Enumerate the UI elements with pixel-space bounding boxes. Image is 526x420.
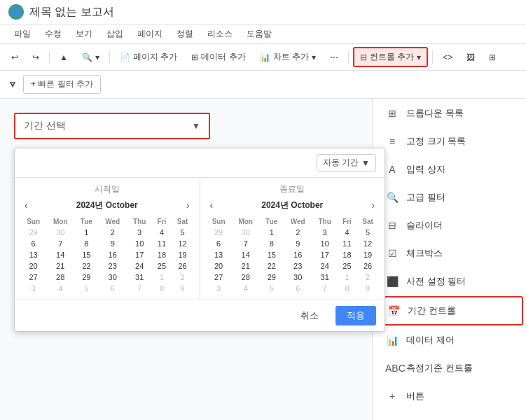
calendar-day[interactable]: 1 xyxy=(338,272,357,283)
calendar-day[interactable]: 11 xyxy=(152,238,171,249)
panel-item-data-control[interactable]: 📊데이터 제어 xyxy=(375,327,523,354)
calendar-day[interactable]: 15 xyxy=(74,249,98,260)
calendar-day[interactable]: 10 xyxy=(127,238,152,249)
calendar-day[interactable]: 22 xyxy=(260,260,284,272)
panel-item-fixed-size-list[interactable]: ≡고정 크기 목록 xyxy=(375,128,523,155)
menu-edit[interactable]: 수정 xyxy=(39,26,67,42)
calendar-day[interactable]: 6 xyxy=(284,283,312,294)
add-data-button[interactable]: ⊞ 데이터 추가 xyxy=(186,48,251,66)
start-prev-button[interactable]: ‹ xyxy=(20,198,32,212)
end-next-button[interactable]: › xyxy=(367,198,379,212)
calendar-day[interactable]: 23 xyxy=(98,260,127,272)
calendar-day[interactable]: 7 xyxy=(232,238,260,249)
start-next-button[interactable]: › xyxy=(182,198,194,212)
calendar-day[interactable]: 20 xyxy=(20,260,46,272)
calendar-day[interactable]: 4 xyxy=(338,227,357,238)
panel-item-preset-filter[interactable]: ⬛사전 설정 필터 xyxy=(375,268,523,295)
auto-period-button[interactable]: 자동 기간 ▼ xyxy=(317,154,376,172)
calendar-day[interactable]: 31 xyxy=(127,272,152,283)
calendar-day[interactable]: 24 xyxy=(312,260,337,272)
menu-align[interactable]: 정렬 xyxy=(171,26,199,42)
calendar-day[interactable]: 26 xyxy=(172,260,194,272)
panel-item-checkbox[interactable]: ☑체크박스 xyxy=(375,240,523,267)
calendar-day[interactable]: 21 xyxy=(232,260,260,272)
panel-item-advanced-filter[interactable]: 🔍고급 필터 xyxy=(375,184,523,211)
undo-button[interactable]: ↩ xyxy=(6,50,24,65)
calendar-day[interactable]: 8 xyxy=(338,283,357,294)
calendar-day[interactable]: 29 xyxy=(74,272,98,283)
calendar-day[interactable]: 9 xyxy=(284,238,312,249)
calendar-day[interactable]: 18 xyxy=(152,249,171,260)
calendar-day[interactable]: 29 xyxy=(206,227,232,238)
table-button[interactable]: ⊞ xyxy=(483,50,501,65)
select-button[interactable]: ▲ xyxy=(54,50,74,65)
add-page-button[interactable]: 📄 페이지 추가 xyxy=(114,48,183,66)
calendar-day[interactable]: 30 xyxy=(46,227,74,238)
calendar-day[interactable]: 11 xyxy=(338,238,357,249)
calendar-day[interactable]: 9 xyxy=(98,238,127,249)
calendar-day[interactable]: 16 xyxy=(98,249,127,260)
calendar-day[interactable]: 1 xyxy=(260,227,284,238)
image-button[interactable]: 🖼 xyxy=(461,50,480,65)
calendar-day[interactable]: 8 xyxy=(152,283,171,294)
calendar-day[interactable]: 8 xyxy=(260,238,284,249)
panel-item-date-control[interactable]: 📅기간 컨트롤 xyxy=(375,296,523,326)
calendar-day[interactable]: 3 xyxy=(312,227,337,238)
calendar-day[interactable]: 5 xyxy=(357,227,379,238)
calendar-day[interactable]: 27 xyxy=(206,272,232,283)
calendar-day[interactable]: 1 xyxy=(74,227,98,238)
calendar-day[interactable]: 21 xyxy=(46,260,74,272)
zoom-button[interactable]: 🔍 ▾ xyxy=(76,50,105,65)
menu-help[interactable]: 도움말 xyxy=(241,26,277,42)
calendar-day[interactable]: 7 xyxy=(46,238,74,249)
panel-item-input-box[interactable]: A입력 상자 xyxy=(375,156,523,183)
calendar-day[interactable]: 2 xyxy=(172,272,194,283)
menu-resources[interactable]: 리소스 xyxy=(202,26,238,42)
calendar-day[interactable]: 20 xyxy=(206,260,232,272)
calendar-day[interactable]: 6 xyxy=(206,238,232,249)
date-range-selector[interactable]: 기간 선택 ▼ xyxy=(14,113,210,139)
calendar-day[interactable]: 3 xyxy=(127,227,152,238)
quick-filter-button[interactable]: + 빠른 필터 추가 xyxy=(23,75,101,94)
add-control-button[interactable]: ⊟ 컨트롤 추가 ▾ xyxy=(353,47,428,67)
calendar-day[interactable]: 26 xyxy=(357,260,379,272)
calendar-day[interactable]: 5 xyxy=(74,283,98,294)
calendar-day[interactable]: 7 xyxy=(127,283,152,294)
calendar-day[interactable]: 13 xyxy=(20,249,46,260)
calendar-day[interactable]: 25 xyxy=(152,260,171,272)
redo-button[interactable]: ↪ xyxy=(27,50,45,65)
calendar-day[interactable]: 2 xyxy=(98,227,127,238)
more-button[interactable]: ⋯ xyxy=(324,50,344,65)
calendar-day[interactable]: 25 xyxy=(338,260,357,272)
calendar-day[interactable]: 12 xyxy=(172,238,194,249)
panel-item-metric-control[interactable]: ABC측정기준 컨트롤 xyxy=(375,355,523,382)
calendar-day[interactable]: 9 xyxy=(357,283,379,294)
calendar-day[interactable]: 6 xyxy=(98,283,127,294)
calendar-day[interactable]: 19 xyxy=(357,249,379,260)
menu-view[interactable]: 보기 xyxy=(70,26,98,42)
apply-button[interactable]: 적용 xyxy=(335,306,376,326)
calendar-day[interactable]: 15 xyxy=(260,249,284,260)
calendar-day[interactable]: 4 xyxy=(232,283,260,294)
calendar-day[interactable]: 27 xyxy=(20,272,46,283)
calendar-day[interactable]: 3 xyxy=(20,283,46,294)
calendar-day[interactable]: 28 xyxy=(46,272,74,283)
calendar-day[interactable]: 14 xyxy=(232,249,260,260)
calendar-day[interactable]: 4 xyxy=(46,283,74,294)
calendar-day[interactable]: 9 xyxy=(172,283,194,294)
cancel-button[interactable]: 취소 xyxy=(289,306,330,326)
calendar-day[interactable]: 19 xyxy=(172,249,194,260)
calendar-day[interactable]: 30 xyxy=(284,272,312,283)
calendar-day[interactable]: 23 xyxy=(284,260,312,272)
code-button[interactable]: <> xyxy=(437,50,458,65)
calendar-day[interactable]: 31 xyxy=(312,272,337,283)
calendar-day[interactable]: 24 xyxy=(127,260,152,272)
calendar-day[interactable]: 29 xyxy=(260,272,284,283)
calendar-day[interactable]: 22 xyxy=(74,260,98,272)
calendar-day[interactable]: 3 xyxy=(206,283,232,294)
calendar-day[interactable]: 5 xyxy=(260,283,284,294)
calendar-day[interactable]: 10 xyxy=(312,238,337,249)
calendar-day[interactable]: 30 xyxy=(98,272,127,283)
menu-file[interactable]: 파일 xyxy=(8,26,36,42)
calendar-day[interactable]: 28 xyxy=(232,272,260,283)
